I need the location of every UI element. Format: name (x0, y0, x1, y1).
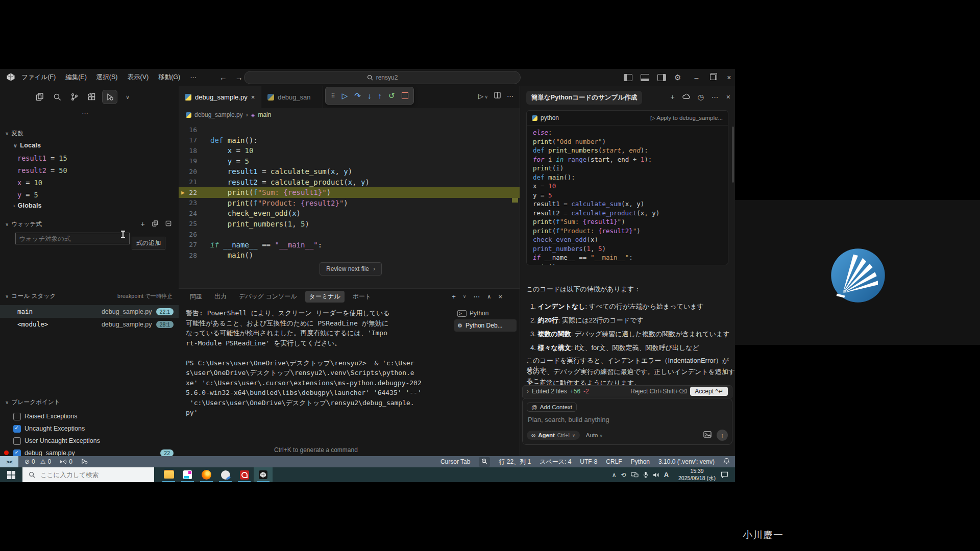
tab-debug-sample-2[interactable]: debug_san (261, 86, 323, 108)
toggle-panel-icon[interactable] (641, 74, 649, 81)
reject-button[interactable]: Reject Ctrl+Shift+⌫ (630, 388, 687, 395)
code-line[interactable]: 17def main(): (179, 135, 520, 146)
remote-indicator[interactable]: >< (0, 456, 18, 467)
line-number[interactable]: 28 (179, 252, 197, 259)
line-number[interactable]: 27 (179, 241, 197, 248)
apply-code-button[interactable]: ▷ Apply to debug_sample... (651, 114, 723, 121)
new-terminal-icon[interactable]: + (452, 293, 456, 300)
explorer-icon[interactable] (33, 90, 47, 104)
chat-input-placeholder[interactable]: Plan, search, build anything (528, 416, 732, 423)
terminal-dropdown-icon[interactable]: ∨ (463, 294, 467, 299)
zoom-status-icon[interactable] (479, 457, 490, 467)
ports-status[interactable]: 0 (60, 458, 72, 466)
line-number[interactable]: 20 (179, 168, 197, 176)
cursor-tab-status[interactable]: Cursor Tab (440, 458, 470, 465)
breakpoint-row[interactable]: Raised Exceptions (0, 410, 179, 422)
step-into-icon[interactable]: ↓ (368, 91, 372, 100)
new-chat-icon[interactable]: + (670, 93, 674, 101)
chat-scrollbar[interactable] (732, 127, 734, 183)
search-view-icon[interactable] (50, 90, 64, 104)
stack-frame[interactable]: maindebug_sample.py22:1 (0, 305, 179, 318)
menu-more[interactable]: ⋯ (190, 73, 197, 81)
breakpoint-checkbox[interactable] (13, 413, 21, 420)
problems-status[interactable]: ⊘0 ⚠0 (24, 458, 51, 465)
hidden-icons-chevron[interactable]: ∧ (612, 471, 617, 479)
media-app-icon[interactable] (216, 467, 235, 482)
code-line[interactable]: 24 check_even_odd(x) (179, 208, 520, 219)
encoding-status[interactable]: UTF-8 (580, 458, 597, 465)
views-chevron-icon[interactable]: ∨ (126, 94, 130, 101)
review-next-file-button[interactable]: Review next file› (320, 262, 382, 276)
sidebar-more-icon[interactable]: ⋯ (82, 109, 88, 117)
command-center-search[interactable]: rensyu2 (244, 71, 521, 84)
debug-status-icon[interactable] (81, 458, 88, 466)
add-watch-icon[interactable]: + (141, 220, 145, 228)
taskbar-search[interactable] (22, 467, 154, 482)
line-number[interactable]: 25 (179, 220, 197, 228)
code-line[interactable]: 28 main() (179, 250, 520, 261)
panel-tab-デバッグ コンソール[interactable]: デバッグ コンソール (235, 291, 301, 303)
terminal-session-python[interactable]: >_ Python (454, 307, 517, 319)
taskbar-clock[interactable]: 15:392025/06/18 (水) (678, 468, 716, 481)
line-number[interactable]: 26 (179, 231, 197, 238)
breakpoint-row[interactable]: User Uncaught Exceptions (0, 435, 179, 447)
line-number[interactable]: 17 (179, 136, 197, 144)
breakpoint-checkbox[interactable] (13, 437, 21, 445)
panel-tab-問題[interactable]: 問題 (186, 291, 206, 303)
language-status[interactable]: Python (631, 458, 650, 465)
terminal-session-python-debug[interactable]: ⚙ Python Deb... (454, 319, 517, 332)
menu-item-0[interactable]: ファイル(F) (21, 73, 56, 82)
extensions-icon[interactable] (85, 90, 99, 104)
watch-expression-input[interactable] (15, 233, 130, 244)
model-selector[interactable]: Auto ∨ (586, 432, 603, 438)
run-python-icon[interactable]: ▷ ∨ (478, 92, 488, 100)
call-stack-section-header[interactable]: ∨コール スタック breakpoint で一時停止 (0, 292, 179, 300)
panel-maximize-icon[interactable]: ∧ (487, 293, 491, 300)
attach-image-icon[interactable] (703, 431, 712, 440)
menu-item-2[interactable]: 選択(S) (96, 73, 118, 82)
history-icon[interactable]: ◷ (698, 93, 704, 101)
line-number[interactable]: 23 (179, 199, 197, 207)
action-center-icon[interactable] (721, 471, 728, 478)
expand-edits-icon[interactable]: › (527, 388, 529, 395)
cursor-app-icon[interactable] (254, 467, 273, 482)
indent-status[interactable]: スペース: 4 (540, 458, 571, 466)
chat-title-tab[interactable]: 簡単なPythonコードのサンプル作成 (526, 91, 642, 105)
split-editor-icon[interactable] (494, 92, 501, 100)
file-explorer-icon[interactable] (159, 467, 178, 482)
line-col-status[interactable]: 行 22、列 1 (499, 458, 531, 466)
code-line[interactable]: 25 print_numbers(1, 5) (179, 219, 520, 230)
step-over-icon[interactable]: ↷ (354, 91, 361, 101)
line-number[interactable]: 19 (179, 157, 197, 165)
locals-group[interactable]: ∨Locals (0, 142, 179, 149)
stack-frame[interactable]: <module>debug_sample.py28:1 (0, 318, 179, 331)
acrobat-icon[interactable] (235, 467, 254, 482)
display-tray-icon[interactable] (631, 472, 639, 478)
panel-close-icon[interactable]: × (498, 293, 502, 300)
volume-tray-icon[interactable] (653, 472, 659, 478)
panel-tab-ポート[interactable]: ポート (349, 291, 376, 303)
firefox-icon[interactable] (197, 467, 216, 482)
source-control-icon[interactable] (67, 90, 82, 104)
editor-more-icon[interactable]: ⋯ (507, 92, 513, 100)
toolbar-grip-icon[interactable]: ⠿ (331, 92, 335, 99)
step-out-icon[interactable]: ↑ (378, 91, 382, 100)
chat-input-box[interactable]: @Add Context Plan, search, build anythin… (522, 398, 732, 445)
code-line[interactable]: 20 result1 = calculate_sum(x, y) (179, 166, 520, 177)
menu-item-4[interactable]: 移動(G) (158, 73, 180, 82)
code-line[interactable]: 18 x = 10 (179, 145, 520, 156)
restore-button[interactable] (704, 73, 721, 82)
continue-icon[interactable]: ▷ (342, 91, 348, 101)
code-line[interactable]: 27if __name__ == "__main__": (179, 240, 520, 251)
send-button[interactable]: ↑ (717, 430, 728, 441)
toggle-secondary-sidebar-icon[interactable] (657, 74, 666, 81)
taskbar-search-input[interactable] (39, 471, 143, 479)
nav-back-icon[interactable]: ← (219, 73, 227, 82)
minimize-button[interactable]: – (688, 73, 704, 82)
breakpoint-row[interactable]: debug_sample.py22 (0, 447, 179, 456)
cloud-icon[interactable] (682, 93, 690, 101)
breakpoints-section-header[interactable]: ∨ブレークポイント (0, 398, 179, 406)
sync-tray-icon[interactable]: ⟲ (621, 471, 626, 479)
microphone-tray-icon[interactable] (643, 471, 648, 478)
breakpoint-checkbox[interactable] (13, 449, 21, 457)
